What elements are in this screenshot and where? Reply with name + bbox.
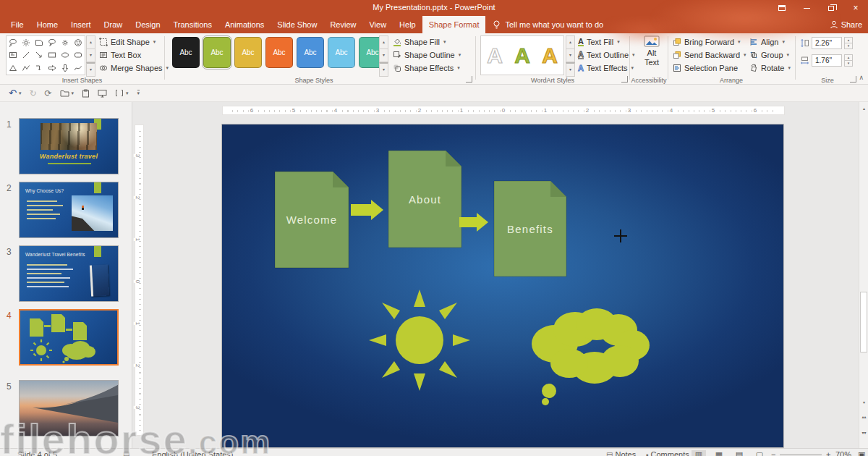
welcome-text[interactable]: Welcome <box>275 172 349 268</box>
tab-slide-show[interactable]: Slide Show <box>271 16 323 33</box>
text-box-button[interactable]: Text Box <box>99 48 169 62</box>
edit-shape-button[interactable]: Edit Shape▾ <box>99 35 169 48</box>
normal-view-button[interactable]: ▥ <box>692 450 706 456</box>
shape-style-swatch-orange[interactable]: Abc <box>265 37 293 68</box>
tab-transitions[interactable]: Transitions <box>167 16 218 33</box>
tab-help[interactable]: Help <box>393 16 422 33</box>
wordart-style-green[interactable]: A <box>514 45 530 67</box>
shape-placeholder-button[interactable] <box>7 49 20 62</box>
shape-sun-button[interactable] <box>20 36 33 49</box>
undo-button[interactable]: ↶▾ <box>9 88 21 98</box>
tab-shape-format[interactable]: Shape Format <box>422 16 486 33</box>
open-folder-button[interactable]: ▾ <box>60 89 75 97</box>
slide-2-thumbnail[interactable]: Why Choose Us? <box>19 182 119 238</box>
tab-insert[interactable]: Insert <box>64 16 98 33</box>
shape-height-input[interactable]: 2.26" <box>812 37 842 49</box>
shape-curve-button[interactable] <box>72 62 85 75</box>
restore-button[interactable] <box>819 0 843 16</box>
wordart-scroll-up-button[interactable]: ▴ <box>566 35 575 49</box>
selection-pane-button[interactable]: Selection Pane <box>673 62 746 75</box>
style-more-button[interactable]: ▾ <box>379 62 388 77</box>
presenter-view-button[interactable]: ▾ <box>115 89 129 97</box>
gallery-scroll-up-button[interactable]: ▴ <box>86 35 95 49</box>
clipboard-button[interactable] <box>82 89 90 98</box>
width-spin-up[interactable]: ▴ <box>844 54 853 61</box>
height-spin-down[interactable]: ▾ <box>844 43 853 49</box>
shape-style-swatch-lightblue[interactable]: Abc <box>328 37 355 68</box>
sun-shape[interactable] <box>369 290 470 391</box>
tab-file[interactable]: File <box>4 16 30 33</box>
text-effects-button[interactable]: A Text Effects▾ <box>578 62 635 75</box>
arrow-2[interactable] <box>459 213 488 232</box>
scrollbar-thumb[interactable] <box>860 292 867 352</box>
wordart-style-outline[interactable]: A <box>487 45 503 67</box>
slide-1-thumbnail[interactable]: Wanderlust travel <box>19 118 119 174</box>
shape-gear-button[interactable] <box>59 36 72 49</box>
tell-me-box[interactable]: Tell me what you want to do <box>485 16 610 33</box>
notes-button[interactable]: ▤Notes <box>606 450 636 456</box>
previous-slide-button[interactable]: ▴▴ <box>859 412 868 422</box>
shape-line-button[interactable] <box>20 49 33 62</box>
slide-4-thumbnail-selected[interactable] <box>19 309 119 366</box>
style-scroll-down-button[interactable]: ▾ <box>379 49 388 62</box>
slideshow-button[interactable] <box>98 89 107 98</box>
collapse-ribbon-button[interactable]: ∧ <box>859 74 864 81</box>
next-slide-button[interactable]: ▾▾ <box>859 428 868 438</box>
gallery-scroll-down-button[interactable]: ▾ <box>86 49 95 62</box>
shape-style-swatch-gold[interactable]: Abc <box>234 37 262 68</box>
zoom-in-button[interactable]: + <box>826 450 830 456</box>
shape-freeform-button[interactable] <box>20 62 33 75</box>
fit-slide-button[interactable]: ▣ <box>858 450 865 456</box>
shape-right-arrow-button[interactable] <box>46 62 59 75</box>
shape-elbow-connector-button[interactable] <box>33 62 46 75</box>
group-button[interactable]: Group▾ <box>749 48 791 62</box>
tab-design[interactable]: Design <box>129 16 166 33</box>
tab-animations[interactable]: Animations <box>218 16 271 33</box>
scroll-down-button[interactable]: ▾ <box>859 397 868 408</box>
cloud-shape[interactable] <box>532 308 650 405</box>
shape-style-swatch-black[interactable]: Abc <box>172 37 200 68</box>
shape-down-arrow-button[interactable] <box>59 62 72 75</box>
shape-style-swatch-green-selected[interactable]: Abc <box>203 37 231 68</box>
refresh-button[interactable]: ⟳ <box>44 88 51 98</box>
shape-oval-button[interactable] <box>59 49 72 62</box>
height-spin-up[interactable]: ▴ <box>844 37 853 43</box>
gallery-more-button[interactable]: ▾ <box>86 62 95 77</box>
shape-snip-rectangle-button[interactable] <box>33 36 46 49</box>
tab-view[interactable]: View <box>362 16 393 33</box>
slide-canvas[interactable]: Welcome About Benefits <box>222 124 783 447</box>
tab-home[interactable]: Home <box>30 16 64 33</box>
send-backward-button[interactable]: Send Backward▾ <box>673 48 746 62</box>
zoom-slider[interactable] <box>780 455 822 455</box>
slide-sorter-view-button[interactable]: ▦ <box>712 450 726 456</box>
comments-button[interactable]: ▪Comments <box>646 450 689 456</box>
shape-effects-button[interactable]: Shape Effects▾ <box>393 62 461 75</box>
text-outline-button[interactable]: A Text Outline▾ <box>578 48 635 62</box>
wordart-style-gold[interactable]: A <box>542 45 558 67</box>
zoom-out-button[interactable]: − <box>771 450 775 456</box>
zoom-level[interactable]: 70% <box>835 450 851 456</box>
benefits-text[interactable]: Benefits <box>494 181 566 276</box>
slide-show-button[interactable]: ▢ <box>752 450 767 456</box>
shape-styles-dialog-launcher[interactable] <box>466 76 472 83</box>
shape-fill-button[interactable]: Shape Fill▾ <box>393 35 461 48</box>
width-spin-down[interactable]: ▾ <box>844 61 853 67</box>
shape-smiley-button[interactable] <box>72 36 85 49</box>
about-text[interactable]: About <box>388 151 461 248</box>
scroll-up-button[interactable]: ▴ <box>859 104 868 114</box>
wordart-more-button[interactable]: ▾ <box>566 62 575 77</box>
shape-oval-callout-button[interactable] <box>46 36 59 49</box>
merge-shapes-button[interactable]: Merge Shapes▾ <box>99 62 169 75</box>
shape-style-swatch-blue[interactable]: Abc <box>297 37 324 68</box>
reading-view-button[interactable]: ▤ <box>732 450 746 456</box>
style-scroll-up-button[interactable]: ▴ <box>379 35 388 49</box>
tab-draw[interactable]: Draw <box>98 16 129 33</box>
tab-review[interactable]: Review <box>323 16 362 33</box>
shape-width-input[interactable]: 1.76" <box>812 54 842 67</box>
customize-qat-button[interactable]: ▾ <box>137 90 140 96</box>
slide-3-thumbnail[interactable]: Wanderlust Travel Benefits <box>19 245 119 302</box>
shape-arrow-line-button[interactable] <box>33 49 46 62</box>
ribbon-display-options-button[interactable] <box>770 0 794 16</box>
shape-cloud-callout-button[interactable] <box>7 36 20 49</box>
close-button[interactable]: × <box>843 0 868 16</box>
